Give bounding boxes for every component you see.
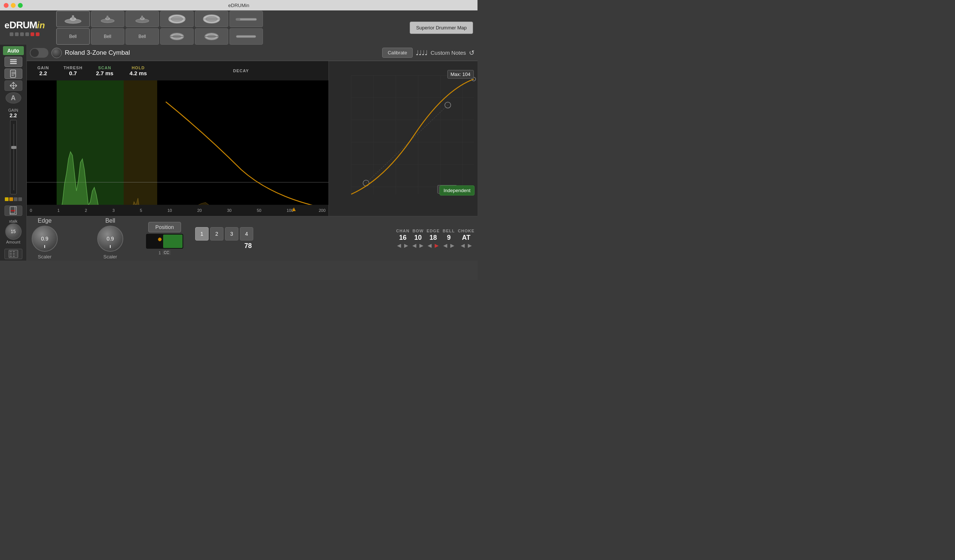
hold-param: HOLD 4.2 ms xyxy=(121,66,155,76)
pad-3-icon[interactable] xyxy=(125,11,159,27)
pad-3-label[interactable]: Bell xyxy=(125,28,159,45)
bow-left-arrow[interactable]: ◀ xyxy=(412,242,416,248)
edge-zone-label: Edge xyxy=(30,217,59,224)
pad-1-icon[interactable] xyxy=(56,11,90,27)
pdf-icon: PDF xyxy=(9,206,17,215)
pad-1-label[interactable]: Bell xyxy=(56,28,90,45)
edge-scaler-knob[interactable]: 0.9 xyxy=(32,226,58,252)
toggle-thumb xyxy=(31,49,39,57)
custom-notes-button[interactable]: Custom Notes xyxy=(431,50,466,56)
position-button[interactable]: Position xyxy=(148,222,181,232)
document-icon-btn[interactable] xyxy=(5,69,22,79)
svg-rect-16 xyxy=(236,18,240,20)
pad-2-label[interactable]: Bell xyxy=(91,28,124,45)
pdf-icon-btn[interactable]: PDF xyxy=(5,205,22,216)
zone-buttons-area: 1 2 3 4 78 xyxy=(195,227,253,250)
edge-midi-label: EDGE xyxy=(426,228,440,233)
refresh-button[interactable]: ↺ xyxy=(469,49,474,57)
top-toolbar: eDRUMin xyxy=(0,11,478,45)
tick-5: 5 xyxy=(140,208,142,213)
bell-arrows: ◀ ▶ xyxy=(443,242,454,248)
zone-btn-1[interactable]: 1 xyxy=(195,227,208,241)
tick-100: 100 xyxy=(287,208,293,213)
pad-6-icon[interactable] xyxy=(229,11,263,27)
instrument-icon xyxy=(52,48,62,58)
list-icon-btn[interactable] xyxy=(5,56,22,67)
choke-right-arrow[interactable]: ▶ xyxy=(468,242,472,248)
pad-5-label[interactable] xyxy=(195,28,228,45)
zone-btn-4[interactable]: 4 xyxy=(240,227,253,241)
level-gray xyxy=(14,197,17,201)
minimize-button[interactable] xyxy=(11,3,16,8)
cc-indicator xyxy=(158,238,162,241)
pad-4-icon[interactable] xyxy=(160,11,194,27)
tick-0: 0 xyxy=(30,208,32,213)
arrows-icon-btn[interactable] xyxy=(5,80,22,91)
zone-btn-2[interactable]: 2 xyxy=(210,227,224,241)
thresh-param-label: THRESH xyxy=(63,66,82,70)
instrument-name: Roland 3-Zone Cymbal xyxy=(65,49,379,56)
hold-param-label: HOLD xyxy=(132,66,144,70)
dot-3 xyxy=(20,32,24,36)
pad-2-icon[interactable] xyxy=(91,11,124,27)
edge-left-arrow[interactable]: ◀ xyxy=(427,242,432,248)
zone-btn-3[interactable]: 3 xyxy=(225,227,238,241)
logo-area: eDRUMin xyxy=(5,19,45,36)
bell-scaler-knob[interactable]: 0.9 xyxy=(97,226,123,252)
position-area: Position 1 CC xyxy=(146,222,183,255)
instrument-toggle[interactable] xyxy=(30,48,49,58)
pad-5-icon[interactable] xyxy=(195,11,228,27)
level-gray2 xyxy=(18,197,22,201)
pad-4-label[interactable] xyxy=(160,28,194,45)
maximize-button[interactable] xyxy=(18,3,23,8)
edge-scaler-value: 0.9 xyxy=(41,236,48,242)
gain-fader[interactable] xyxy=(10,120,17,194)
triangle-marker xyxy=(292,207,296,212)
pad-6-label[interactable] xyxy=(229,28,263,45)
waveform-with-labels: GAIN 2.2 THRESH 0.7 SCAN 2.7 ms HOLD xyxy=(27,61,329,216)
chan-col: CHAN 16 ◀ ▶ xyxy=(396,228,410,248)
a-icon-btn[interactable]: A xyxy=(6,92,21,103)
tick-10: 10 xyxy=(167,208,172,213)
choke-col: CHOKE AT ◀ ▶ xyxy=(458,228,474,248)
xtalk-label: xtalk xyxy=(9,219,17,224)
tick-50: 50 xyxy=(257,208,261,213)
svg-rect-40 xyxy=(10,255,12,257)
grid-icon-btn[interactable] xyxy=(5,249,22,259)
svg-rect-26 xyxy=(10,63,17,64)
bow-right-arrow[interactable]: ▶ xyxy=(420,242,423,248)
bell-right-arrow[interactable]: ▶ xyxy=(450,242,454,248)
cc-black-segment xyxy=(147,235,160,248)
chan-left-arrow[interactable]: ◀ xyxy=(397,242,401,248)
independent-button[interactable]: Independent xyxy=(440,185,474,196)
dot-5 xyxy=(31,32,34,36)
bell-col: BELL 9 ◀ ▶ xyxy=(443,228,455,248)
superior-drummer-btn[interactable]: Superior Drummer Map xyxy=(410,22,473,34)
gain-fader-track xyxy=(13,124,14,190)
close-button[interactable] xyxy=(4,3,9,8)
bell-midi-value: 9 xyxy=(447,234,451,242)
choke-left-arrow[interactable]: ◀ xyxy=(461,242,465,248)
cc-display xyxy=(146,234,183,249)
snare-label-icon-4 xyxy=(169,32,185,41)
scan-param-value: 2.7 ms xyxy=(96,70,114,76)
auto-button[interactable]: Auto xyxy=(3,46,24,55)
dot-2 xyxy=(15,32,19,36)
edge-right-arrow[interactable]: ▶ xyxy=(435,242,439,248)
gain-fader-thumb[interactable] xyxy=(11,146,16,149)
gain-label: GAIN xyxy=(8,108,18,113)
edge-midi-value: 18 xyxy=(429,234,437,242)
svg-rect-42 xyxy=(15,251,17,257)
chan-right-arrow[interactable]: ▶ xyxy=(404,242,408,248)
bottom-controls: Edge 0.9 Scaler Bell 0.9 Scaler xyxy=(27,216,478,261)
bell-scaler-label: Scaler xyxy=(103,254,117,260)
main-content-area: Roland 3-Zone Cymbal Calibrate ♩♩♩♩ Cust… xyxy=(27,45,478,261)
calibrate-button[interactable]: Calibrate xyxy=(382,48,413,58)
svg-rect-24 xyxy=(10,59,17,60)
level-yellow xyxy=(5,197,9,201)
xtalk-knob[interactable]: 15 xyxy=(5,224,22,240)
bell-left-arrow[interactable]: ◀ xyxy=(443,242,447,248)
cc-number: 1 xyxy=(159,250,161,255)
gain-fader-area: GAIN 2.2 xyxy=(5,108,22,201)
musical-notes-icon: ♩♩♩♩ xyxy=(416,49,427,57)
